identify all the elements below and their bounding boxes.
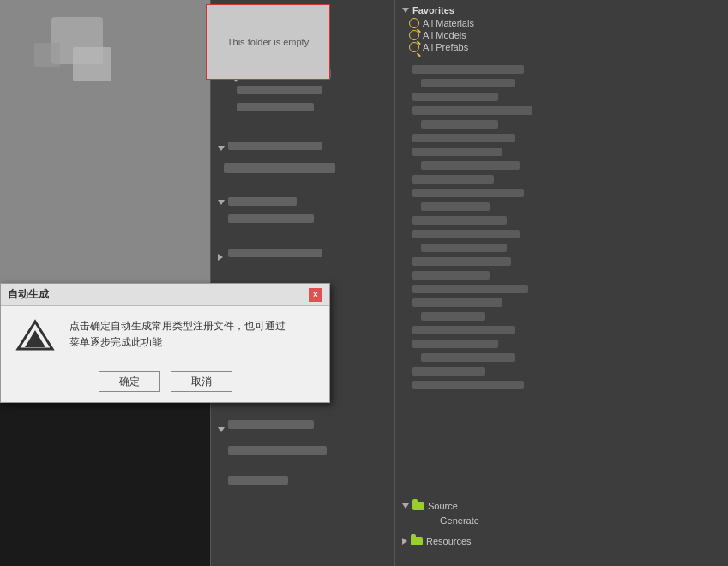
dialog-box: 自动生成 × 点击确定自动生成常用类型注册文件，也可通过 菜单逐步完成此功能 确… bbox=[0, 283, 330, 403]
unity-logo bbox=[15, 318, 56, 359]
dialog-body: 点击确定自动生成常用类型注册文件，也可通过 菜单逐步完成此功能 bbox=[1, 306, 329, 371]
dialog-message: 点击确定自动生成常用类型注册文件，也可通过 菜单逐步完成此功能 bbox=[69, 318, 316, 351]
dialog-title: 自动生成 bbox=[8, 287, 49, 302]
dialog-message-line2: 菜单逐步完成此功能 bbox=[69, 334, 316, 351]
dialog-close-button[interactable]: × bbox=[309, 288, 322, 302]
dialog-overlay: 自动生成 × 点击确定自动生成常用类型注册文件，也可通过 菜单逐步完成此功能 确… bbox=[0, 0, 728, 566]
confirm-button[interactable]: 确定 bbox=[99, 371, 160, 392]
cancel-button[interactable]: 取消 bbox=[171, 371, 232, 392]
dialog-buttons: 确定 取消 bbox=[1, 371, 329, 402]
dialog-titlebar: 自动生成 × bbox=[1, 284, 329, 306]
dialog-message-line1: 点击确定自动生成常用类型注册文件，也可通过 bbox=[69, 318, 316, 334]
